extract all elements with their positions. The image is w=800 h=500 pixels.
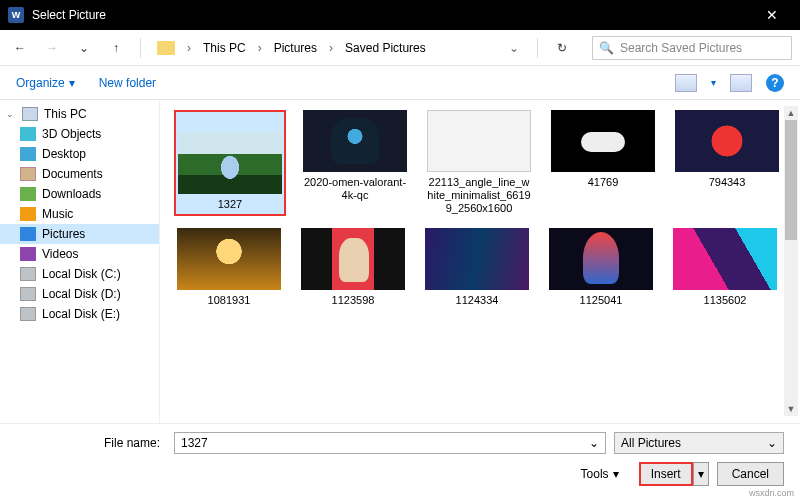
sidebar-item-music[interactable]: Music [0, 204, 159, 224]
refresh-button[interactable]: ↻ [550, 41, 574, 55]
folder-icon [157, 41, 175, 55]
file-item[interactable]: 1081931 [174, 228, 284, 307]
nav-tree: ⌄This PC 3D Objects Desktop Documents Do… [0, 100, 160, 430]
chevron-right-icon[interactable]: › [187, 41, 191, 55]
file-grid: 1327 2020-omen-valorant-4k-qc 22113_angl… [160, 100, 800, 430]
thumbnail-icon [551, 110, 655, 172]
thumbnail-icon [675, 110, 779, 172]
search-placeholder: Search Saved Pictures [620, 41, 742, 55]
sidebar-item-videos[interactable]: Videos [0, 244, 159, 264]
sidebar-item-local-disk-d[interactable]: Local Disk (D:) [0, 284, 159, 304]
sidebar-item-downloads[interactable]: Downloads [0, 184, 159, 204]
insert-button[interactable]: Insert [639, 462, 693, 486]
videos-icon [20, 247, 36, 261]
separator [140, 38, 141, 58]
chevron-right-icon[interactable]: › [329, 41, 333, 55]
sidebar-item-this-pc[interactable]: ⌄This PC [0, 104, 159, 124]
file-item[interactable]: 1123598 [298, 228, 408, 307]
file-item[interactable]: 22113_angle_line_white_minimalist_66199_… [424, 110, 534, 216]
disk-icon [20, 307, 36, 321]
file-item[interactable]: 2020-omen-valorant-4k-qc [300, 110, 410, 216]
file-item[interactable]: 1135602 [670, 228, 780, 307]
sidebar-item-local-disk-e[interactable]: Local Disk (E:) [0, 304, 159, 324]
nav-bar: ← → ⌄ ↑ › This PC › Pictures › Saved Pic… [0, 30, 800, 66]
sidebar-item-local-disk-c[interactable]: Local Disk (C:) [0, 264, 159, 284]
help-icon[interactable]: ? [766, 74, 784, 92]
forward-button[interactable]: → [40, 36, 64, 60]
thumbnail-icon [303, 110, 407, 172]
dialog-title: Select Picture [32, 8, 752, 22]
file-name-label: File name: [16, 436, 166, 450]
file-item[interactable]: 1125041 [546, 228, 656, 307]
vertical-scrollbar[interactable]: ▲ ▼ [784, 106, 798, 416]
downloads-icon [20, 187, 36, 201]
close-icon[interactable]: ✕ [752, 7, 792, 23]
file-item[interactable]: 41769 [548, 110, 658, 216]
desktop-icon [20, 147, 36, 161]
dialog-footer: File name: 1327 ⌄ All Pictures ⌄ Tools ▾… [0, 423, 800, 500]
watermark: wsxdn.com [749, 488, 794, 498]
thumbnail-icon [425, 228, 529, 290]
breadcrumb-this-pc[interactable]: This PC [199, 39, 250, 57]
organize-menu[interactable]: Organize ▾ [16, 76, 75, 90]
music-icon [20, 207, 36, 221]
new-folder-button[interactable]: New folder [99, 76, 156, 90]
chevron-down-icon: ⌄ [767, 436, 777, 450]
sidebar-item-documents[interactable]: Documents [0, 164, 159, 184]
scroll-up-icon[interactable]: ▲ [784, 106, 798, 120]
sidebar-item-desktop[interactable]: Desktop [0, 144, 159, 164]
scroll-down-icon[interactable]: ▼ [784, 402, 798, 416]
thumbnail-icon [427, 110, 531, 172]
toolbar: Organize ▾ New folder ▾ ? [0, 66, 800, 100]
thumbnail-icon [301, 228, 405, 290]
chevron-down-icon: ▾ [613, 467, 619, 481]
file-name-input[interactable]: 1327 ⌄ [174, 432, 606, 454]
insert-dropdown[interactable]: ▾ [693, 462, 709, 486]
breadcrumb-pictures[interactable]: Pictures [270, 39, 321, 57]
disk-icon [20, 267, 36, 281]
chevron-down-icon[interactable]: ⌄ [589, 436, 599, 450]
word-app-icon: W [8, 7, 24, 23]
chevron-down-icon[interactable]: ▾ [711, 77, 716, 88]
breadcrumb-dropdown[interactable]: ⌄ [503, 41, 525, 55]
search-icon: 🔍 [599, 41, 614, 55]
disk-icon [20, 287, 36, 301]
file-type-filter[interactable]: All Pictures ⌄ [614, 432, 784, 454]
separator [537, 38, 538, 58]
file-item[interactable]: 794343 [672, 110, 782, 216]
chevron-down-icon: ▾ [69, 76, 75, 90]
pc-icon [22, 107, 38, 121]
search-input[interactable]: 🔍 Search Saved Pictures [592, 36, 792, 60]
preview-pane-button[interactable] [730, 74, 752, 92]
caret-expanded-icon[interactable]: ⌄ [6, 109, 16, 119]
file-item-selected[interactable]: 1327 [174, 110, 286, 216]
thumbnail-icon [178, 132, 282, 194]
scrollbar-thumb[interactable] [785, 120, 797, 240]
sidebar-item-3d-objects[interactable]: 3D Objects [0, 124, 159, 144]
thumbnail-icon [673, 228, 777, 290]
tools-menu[interactable]: Tools ▾ [581, 467, 619, 481]
titlebar: W Select Picture ✕ [0, 0, 800, 30]
pictures-icon [20, 227, 36, 241]
back-button[interactable]: ← [8, 36, 32, 60]
documents-icon [20, 167, 36, 181]
sidebar-item-pictures[interactable]: Pictures [0, 224, 159, 244]
cancel-button[interactable]: Cancel [717, 462, 784, 486]
chevron-right-icon[interactable]: › [258, 41, 262, 55]
view-mode-button[interactable] [675, 74, 697, 92]
file-item[interactable]: 1124334 [422, 228, 532, 307]
up-button[interactable]: ↑ [104, 36, 128, 60]
recent-locations-dropdown[interactable]: ⌄ [72, 36, 96, 60]
thumbnail-icon [549, 228, 653, 290]
breadcrumb-saved-pictures[interactable]: Saved Pictures [341, 39, 430, 57]
thumbnail-icon [177, 228, 281, 290]
3d-objects-icon [20, 127, 36, 141]
